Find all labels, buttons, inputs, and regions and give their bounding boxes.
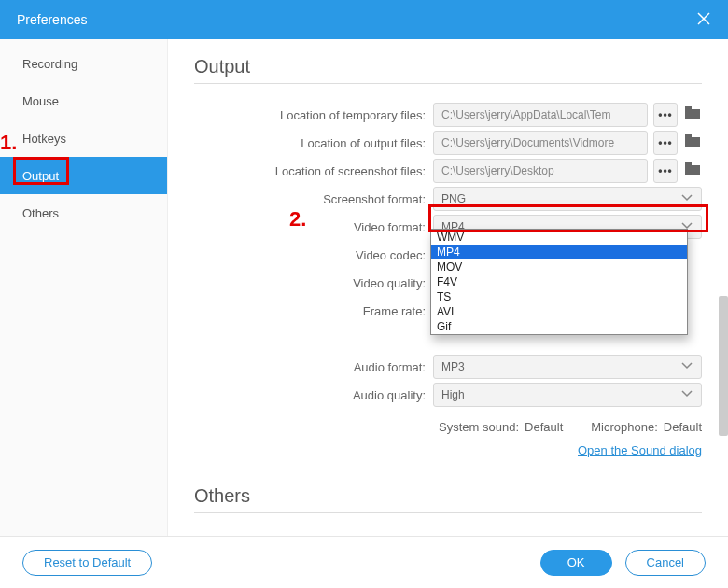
open-sound-dialog-link[interactable]: Open the Sound dialog	[194, 443, 702, 457]
chevron-down-icon	[680, 388, 693, 401]
browse-temp-button[interactable]: •••	[653, 103, 678, 127]
titlebar: Preferences	[0, 0, 728, 39]
system-sound-key: System sound:	[439, 420, 519, 434]
window-title: Preferences	[17, 12, 87, 27]
label-audio-format: Audio format:	[194, 360, 433, 374]
system-sound-value: Default	[525, 420, 563, 434]
dropdown-option-gif[interactable]: Gif	[431, 319, 687, 334]
svg-rect-4	[685, 137, 700, 147]
sidebar: Recording Mouse Hotkeys Output Others	[0, 39, 168, 536]
dropdown-option-avi[interactable]: AVI	[431, 304, 687, 319]
sidebar-item-output[interactable]: Output	[0, 157, 167, 194]
screenshot-format-select[interactable]: PNG	[433, 187, 702, 211]
audio-quality-select[interactable]: High	[433, 383, 702, 407]
microphone-key: Microphone:	[591, 420, 658, 434]
audio-defaults-row: System sound:Default Microphone:Default	[194, 420, 702, 434]
temp-files-field[interactable]: C:\Users\jerry\AppData\Local\Tem	[433, 103, 648, 127]
ellipsis-icon: •••	[658, 136, 673, 149]
svg-rect-5	[685, 134, 692, 138]
svg-rect-6	[685, 165, 700, 175]
label-video-codec: Video codec:	[194, 248, 433, 262]
browse-output-button[interactable]: •••	[653, 131, 678, 155]
footer: Reset to Default OK Cancel	[0, 536, 728, 588]
label-video-quality: Video quality:	[194, 276, 433, 290]
close-icon[interactable]	[696, 11, 711, 29]
folder-icon	[685, 134, 700, 151]
sidebar-item-hotkeys[interactable]: Hotkeys	[0, 119, 167, 157]
label-video-format: Video format:	[194, 220, 433, 234]
label-temp-files: Location of temporary files:	[194, 108, 433, 122]
svg-rect-7	[685, 162, 692, 166]
open-temp-folder-button[interactable]	[683, 105, 702, 124]
folder-icon	[685, 106, 700, 123]
label-frame-rate: Frame rate:	[194, 304, 433, 318]
chevron-down-icon	[680, 192, 693, 205]
svg-rect-2	[685, 109, 700, 119]
dropdown-option-mp4[interactable]: MP4	[431, 245, 687, 259]
output-files-field[interactable]: C:\Users\jerry\Documents\Vidmore	[433, 131, 648, 155]
chevron-down-icon	[680, 360, 693, 373]
label-screenshot-files: Location of screenshot files:	[194, 164, 433, 178]
folder-icon	[685, 162, 700, 179]
label-screenshot-format: Screenshot format:	[194, 192, 433, 206]
browse-screenshot-button[interactable]: •••	[653, 159, 678, 183]
dropdown-option-wmv[interactable]: WMV	[431, 230, 687, 245]
dropdown-option-mov[interactable]: MOV	[431, 259, 687, 274]
audio-format-select[interactable]: MP3	[433, 355, 702, 379]
section-title-output: Output	[194, 56, 702, 84]
screenshot-files-field[interactable]: C:\Users\jerry\Desktop	[433, 159, 648, 183]
dropdown-option-ts[interactable]: TS	[431, 289, 687, 304]
svg-rect-3	[685, 106, 692, 110]
ellipsis-icon: •••	[658, 108, 673, 121]
video-format-dropdown[interactable]: WMV MP4 MOV F4V TS AVI Gif	[430, 229, 688, 335]
scrollbar-thumb[interactable]	[719, 296, 728, 436]
cancel-button[interactable]: Cancel	[625, 550, 706, 576]
open-output-folder-button[interactable]	[683, 133, 702, 152]
sidebar-item-recording[interactable]: Recording	[0, 45, 167, 82]
sidebar-item-mouse[interactable]: Mouse	[0, 82, 167, 119]
ellipsis-icon: •••	[658, 164, 673, 177]
label-output-files: Location of output files:	[194, 136, 433, 150]
ok-button[interactable]: OK	[540, 550, 612, 576]
label-audio-quality: Audio quality:	[194, 388, 433, 402]
sidebar-item-others[interactable]: Others	[0, 194, 167, 231]
open-screenshot-folder-button[interactable]	[683, 161, 702, 180]
dropdown-option-f4v[interactable]: F4V	[431, 274, 687, 289]
microphone-value: Default	[664, 420, 702, 434]
reset-to-default-button[interactable]: Reset to Default	[22, 550, 152, 576]
section-title-others: Others	[194, 485, 702, 513]
